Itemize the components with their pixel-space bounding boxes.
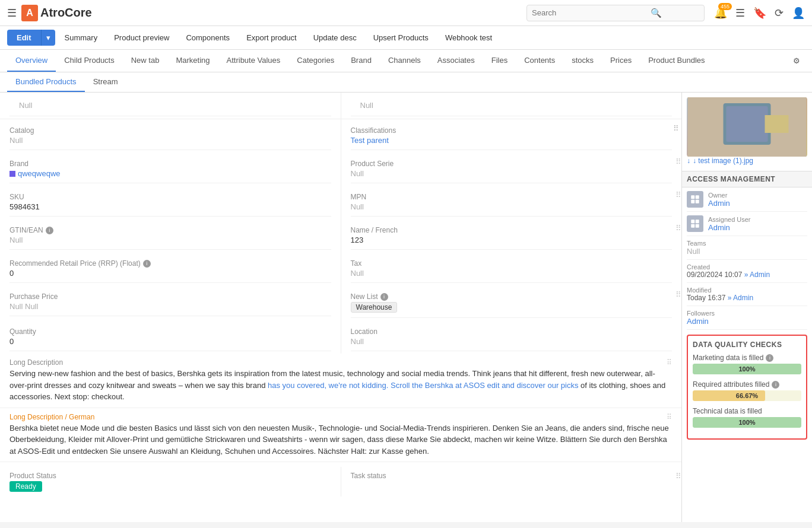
assigned-user-icon: [687, 215, 703, 232]
mpn-label: MPN: [351, 193, 673, 201]
nav-tab-categories[interactable]: Categories: [288, 50, 342, 72]
long-desc-german-drag-icon[interactable]: ⠿: [667, 413, 672, 421]
nav-tab-bundled-products[interactable]: Bundled Products: [7, 72, 85, 92]
svg-rect-5: [696, 195, 699, 199]
file-link-text: ↓ test image (1).jpg: [693, 157, 753, 165]
created-by[interactable]: » Admin: [744, 271, 770, 279]
dqc-required-attrs-info-icon[interactable]: i: [772, 381, 779, 389]
notification-badge: 455: [718, 3, 732, 10]
svg-rect-8: [691, 220, 694, 223]
rrp-info-icon[interactable]: i: [143, 260, 151, 268]
drag-handle-mpn[interactable]: ⠿: [675, 190, 681, 199]
drag-handle-productserie[interactable]: ⠿: [675, 157, 681, 166]
action-tab-product-preview[interactable]: Product preview: [107, 30, 176, 46]
dqc-marketing-info-icon[interactable]: i: [766, 354, 773, 362]
bell-icon[interactable]: 🔔455: [714, 7, 727, 20]
search-input[interactable]: [532, 8, 651, 17]
svg-rect-3: [765, 115, 789, 133]
nav-tabs-row2: Bundled Products Stream: [0, 72, 812, 93]
new-list-info-icon[interactable]: i: [380, 293, 388, 301]
null-top-row: Null Null: [0, 93, 681, 119]
drag-handle-classifications[interactable]: ⠿: [673, 124, 679, 133]
nav-tab-child-products[interactable]: Child Products: [56, 50, 123, 72]
dqc-marketing-bar-text: 100%: [693, 364, 801, 374]
dqc-technical-label: Technical data is filled: [693, 407, 801, 415]
list-icon[interactable]: ☰: [735, 7, 745, 20]
drag-handle-newlist[interactable]: ⠿: [675, 290, 681, 299]
action-tab-summary[interactable]: Summary: [58, 30, 105, 46]
nav-tab-associates[interactable]: Associates: [429, 50, 483, 72]
nav-tab-marketing[interactable]: Marketing: [167, 50, 218, 72]
brand-field: Brand qweqweqwe: [9, 155, 331, 183]
classifications-value[interactable]: Test parent: [351, 136, 673, 145]
long-desc-drag-icon[interactable]: ⠿: [667, 358, 672, 367]
long-desc-text: Serving new-new fashion and the best of …: [9, 368, 672, 403]
created-label: Created: [687, 263, 807, 271]
nav-tab-prices[interactable]: Prices: [602, 50, 640, 72]
name-french-label: Name / French: [351, 226, 673, 234]
location-label: Location: [351, 327, 673, 336]
rrp-tax-row: Recommended Retail Price (RRP) (Float) i…: [0, 252, 681, 285]
history-icon[interactable]: ⟳: [775, 7, 784, 20]
assigned-user-info: Assigned User Admin: [708, 216, 751, 232]
logo-text: AtroCore: [40, 6, 92, 20]
edit-dropdown-button[interactable]: ▾: [41, 30, 55, 46]
search-icon[interactable]: 🔍: [651, 8, 662, 18]
bookmark-icon[interactable]: 🔖: [753, 7, 766, 20]
search-bar[interactable]: 🔍: [526, 5, 705, 21]
purchase-price-label: Purchase Price: [9, 292, 331, 301]
modified-by[interactable]: » Admin: [728, 294, 753, 302]
rrp-label: Recommended Retail Price (RRP) (Float) i: [9, 259, 331, 268]
name-french-field: Name / French 123: [351, 221, 673, 250]
brand-dot-icon: [9, 171, 15, 177]
null-right-top: Null: [351, 95, 673, 116]
nav-tab-stream[interactable]: Stream: [85, 72, 126, 92]
edit-button[interactable]: Edit: [7, 30, 41, 46]
classifications-label: Classifications: [351, 126, 673, 135]
brand-value-text: qweqweqwe: [18, 169, 61, 178]
quantity-label: Quantity: [9, 327, 331, 336]
followers-value[interactable]: Admin: [687, 317, 807, 326]
action-tab-webhook-test[interactable]: Webhook test: [438, 30, 499, 46]
nav-tab-brand[interactable]: Brand: [342, 50, 380, 72]
nav-tab-attribute-values[interactable]: Attribute Values: [218, 50, 289, 72]
nav-tab-files[interactable]: Files: [483, 50, 516, 72]
nav-tab-overview[interactable]: Overview: [7, 50, 56, 72]
hamburger-icon[interactable]: ☰: [7, 7, 17, 20]
owner-info: Owner Admin: [708, 192, 730, 208]
gtin-field: GTIN/EAN i Null: [9, 221, 331, 250]
action-tab-components[interactable]: Components: [179, 30, 237, 46]
quantity-value: 0: [9, 337, 331, 346]
dqc-required-attrs-bar-text: 66.67%: [693, 390, 801, 401]
action-tab-export-product[interactable]: Export product: [239, 30, 304, 46]
sku-value: 5984631: [9, 202, 331, 211]
edit-button-group: Edit ▾: [7, 30, 55, 46]
nav-tab-product-bundles[interactable]: Product Bundles: [640, 50, 713, 72]
modified-row: Modified Today 16:37 » Admin: [687, 283, 807, 306]
assigned-user-value[interactable]: Admin: [708, 223, 751, 232]
nav-tab-stocks[interactable]: stocks: [563, 50, 602, 72]
file-link[interactable]: ↓ ↓ test image (1).jpg: [687, 157, 807, 165]
owner-value[interactable]: Admin: [708, 199, 730, 208]
quantity-field: Quantity 0: [9, 323, 331, 351]
drag-handle-taskstatus[interactable]: ⠿: [675, 472, 681, 481]
brand-value[interactable]: qweqweqwe: [9, 169, 331, 178]
gtin-value: Null: [9, 236, 331, 244]
user-icon[interactable]: 👤: [792, 7, 805, 20]
nav-tab-channels[interactable]: Channels: [380, 50, 429, 72]
modified-label: Modified: [687, 287, 807, 294]
drag-handle-namefrench[interactable]: ⠿: [675, 224, 681, 233]
long-desc-german-section: Long Description / German ⠿ Bershka biet…: [0, 408, 681, 463]
action-tab-update-desc[interactable]: Update desc: [306, 30, 364, 46]
gtin-info-icon[interactable]: i: [46, 227, 53, 234]
classifications-field: Classifications Test parent: [351, 122, 673, 150]
settings-gear-icon[interactable]: ⚙: [788, 52, 805, 70]
dqc-required-attrs-bar-bg: 66.67%: [693, 390, 801, 401]
nav-tab-contents[interactable]: Contents: [516, 50, 563, 72]
status-row: Product Status Ready ⠿ Task status: [0, 462, 681, 501]
action-tab-upsert-products[interactable]: Upsert Products: [366, 30, 436, 46]
product-serie-label: Product Serie: [351, 160, 673, 168]
dqc-marketing: Marketing data is filled i 100%: [693, 354, 801, 374]
svg-rect-2: [727, 106, 768, 142]
nav-tab-new-tab[interactable]: New tab: [123, 50, 168, 72]
